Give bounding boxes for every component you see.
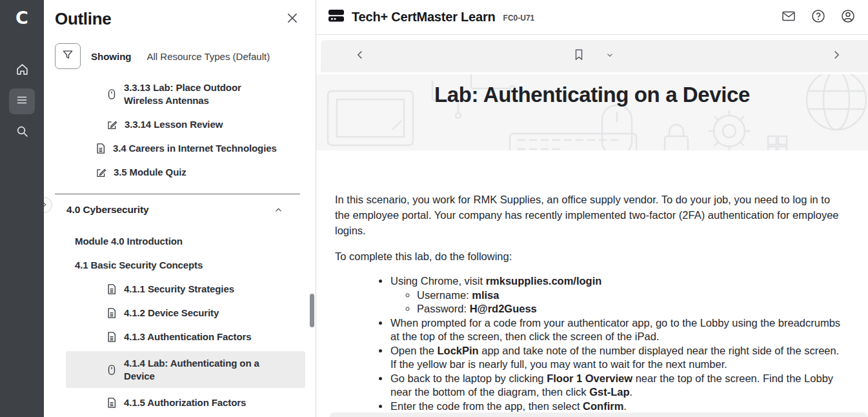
outline-item-3313-lab[interactable]: 3.3.13 Lab: Place Outdoor Wireless Anten… bbox=[44, 76, 316, 112]
substep-item: Username: mlisa bbox=[417, 289, 843, 303]
next-section-edge bbox=[329, 412, 868, 417]
step-text: When prompted for a code from your authe… bbox=[390, 317, 840, 343]
substep-text: Password: H@rd2Guess bbox=[417, 303, 537, 314]
substep-text: Username: mlisa bbox=[417, 289, 499, 301]
app-title: Tech+ CertMaster Learn bbox=[352, 10, 496, 25]
lesson-content: Lab: Authenticating on a Device In this … bbox=[316, 73, 868, 417]
menu-icon bbox=[15, 94, 28, 109]
outline-item-413-authentication-factors[interactable]: 4.1.3 Authentication Factors bbox=[44, 325, 316, 349]
document-icon bbox=[96, 143, 106, 154]
step-text: Enter the code from the app, then select… bbox=[390, 400, 627, 412]
help-icon bbox=[811, 8, 826, 26]
bookmark-menu-button[interactable] bbox=[600, 46, 620, 66]
document-icon bbox=[106, 283, 117, 295]
intro-paragraph: In this scenario, you work for RMK Suppl… bbox=[335, 192, 843, 238]
outline-item-412-device-security[interactable]: 4.1.2 Device Security bbox=[44, 301, 316, 325]
search-button[interactable] bbox=[9, 119, 35, 145]
help-button[interactable] bbox=[810, 9, 827, 26]
search-icon bbox=[15, 125, 29, 141]
filter-funnel-icon bbox=[61, 48, 74, 64]
filter-button[interactable] bbox=[55, 43, 81, 69]
substep-item: Password: H@rd2Guess bbox=[417, 302, 843, 316]
bookmark-button[interactable] bbox=[569, 46, 589, 66]
outline-item-41-basic-security-concepts[interactable]: 4.1 Basic Security Concepts bbox=[44, 253, 316, 277]
main-area: Tech+ CertMaster Learn FC0-U71 bbox=[316, 0, 868, 417]
outline-section-40-cybersecurity[interactable]: 4.0 Cybersecurity bbox=[44, 194, 316, 223]
mail-icon bbox=[781, 8, 796, 26]
chevron-left-icon bbox=[354, 49, 366, 63]
mouse-icon bbox=[106, 88, 117, 100]
user-account-icon bbox=[840, 8, 856, 26]
home-icon bbox=[15, 63, 29, 79]
outline-item-3314-lesson-review[interactable]: 3.3.14 Lesson Review bbox=[44, 112, 316, 136]
brand: Tech+ CertMaster Learn FC0-U71 bbox=[328, 8, 534, 26]
chevron-up-icon[interactable] bbox=[274, 205, 283, 215]
substeps-list: Username: mlisa Password: H@rd2Guess bbox=[390, 289, 843, 316]
step-item: Using Chrome, visit rmksupplies.com/logi… bbox=[390, 274, 843, 316]
step-text: Open the LockPin app and take note of th… bbox=[390, 345, 839, 371]
next-page-button[interactable] bbox=[827, 46, 846, 66]
outline-item-415-authorization-factors[interactable]: 4.1.5 Authorization Factors bbox=[44, 391, 316, 414]
lesson-banner: Lab: Authenticating on a Device bbox=[316, 74, 868, 150]
step-text: Using Chrome, visit rmksupplies.com/logi… bbox=[390, 275, 601, 287]
close-icon bbox=[285, 11, 299, 28]
outline-panel-title: Outline bbox=[55, 9, 111, 29]
chevron-down-icon bbox=[605, 50, 614, 62]
edit-icon bbox=[96, 167, 106, 178]
previous-page-button[interactable] bbox=[350, 46, 370, 66]
outline-scrollbar-thumb[interactable] bbox=[310, 294, 314, 327]
page-title: Lab: Authenticating on a Device bbox=[316, 74, 868, 107]
outline-item-414-lab-authenticating[interactable]: 4.1.4 Lab: Authenticating on a Device bbox=[66, 351, 305, 388]
bookmark-icon bbox=[573, 48, 585, 64]
lesson-toolbar bbox=[321, 40, 868, 72]
mouse-icon bbox=[106, 364, 117, 376]
lab-instructions: In this scenario, you work for RMK Suppl… bbox=[316, 150, 868, 413]
step-item: When prompted for a code from your authe… bbox=[390, 316, 843, 344]
app-window: C Outline bbox=[0, 0, 868, 417]
outline-panel: Outline Showing All Resource Types (Defa… bbox=[44, 0, 316, 417]
step-text: Go back to the laptop by clicking Floor … bbox=[390, 372, 833, 398]
account-button[interactable] bbox=[840, 9, 856, 26]
exam-code-badge: FC0-U71 bbox=[503, 14, 535, 23]
step-item: Open the LockPin app and take note of th… bbox=[390, 344, 843, 372]
close-outline-button[interactable] bbox=[283, 10, 301, 28]
edit-icon bbox=[106, 119, 117, 130]
instructions-lead: To complete this lab, do the following: bbox=[335, 249, 843, 264]
step-item: Enter the code from the app, then select… bbox=[390, 400, 843, 414]
outline-item-411-security-strategies[interactable]: 4.1.1 Security Strategies bbox=[44, 277, 316, 301]
steps-list: Using Chrome, visit rmksupplies.com/logi… bbox=[335, 274, 843, 413]
messages-button[interactable] bbox=[780, 9, 797, 26]
chevron-right-icon bbox=[831, 49, 842, 63]
document-icon bbox=[106, 307, 117, 319]
outline-menu-button[interactable] bbox=[9, 88, 35, 114]
outline-tree: 3.3.13 Lab: Place Outdoor Wireless Anten… bbox=[44, 76, 316, 414]
app-header: Tech+ CertMaster Learn FC0-U71 bbox=[316, 0, 868, 35]
certmaster-stack-logo-icon bbox=[328, 8, 345, 26]
left-nav-rail: C bbox=[0, 0, 44, 417]
outline-item-module-40-introduction[interactable]: Module 4.0 Introduction bbox=[44, 229, 316, 253]
filter-current-value[interactable]: All Resource Types (Default) bbox=[147, 51, 270, 62]
document-icon bbox=[106, 397, 117, 409]
outline-item-35-module-quiz[interactable]: 3.5 Module Quiz bbox=[44, 160, 316, 184]
outline-item-34-careers[interactable]: 3.4 Careers in Internet Technologies bbox=[44, 136, 316, 160]
step-item: Go back to the laptop by clicking Floor … bbox=[390, 372, 843, 400]
comptia-logo: C bbox=[0, 0, 44, 28]
filter-showing-label: Showing bbox=[91, 51, 132, 62]
home-button[interactable] bbox=[9, 57, 35, 83]
document-icon bbox=[106, 331, 117, 343]
